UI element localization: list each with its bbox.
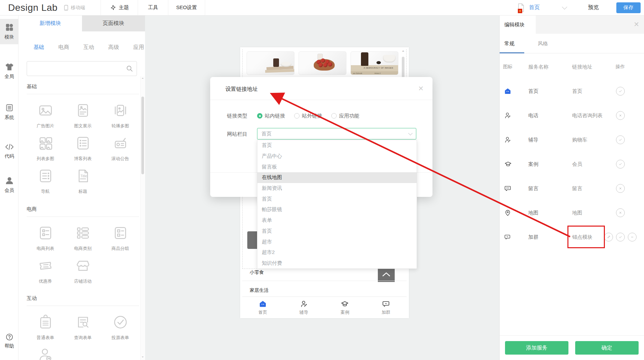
remove-x-button[interactable]	[616, 184, 625, 193]
dropdown-option-selected[interactable]: 在线地图	[257, 172, 417, 183]
module-item-vote-form[interactable]: 投票表单	[102, 313, 139, 346]
dropdown-option[interactable]: 首页	[257, 226, 417, 237]
sidebar-item-system[interactable]: 系统	[0, 99, 19, 125]
dropdown-option[interactable]: 帕莎眼镜	[257, 204, 417, 215]
confirm-button[interactable]: 确定	[575, 341, 639, 355]
module-item-image-text[interactable]: 图文展示	[64, 102, 102, 134]
module-item-member-partial[interactable]	[27, 346, 64, 360]
panel-close-icon[interactable]: ✕	[634, 21, 639, 28]
menu-seo[interactable]: SEO设置	[168, 0, 205, 15]
confirm-check-button[interactable]	[616, 135, 625, 144]
tab-page-modules[interactable]: 页面模块	[82, 16, 145, 31]
mobile-mode-indicator[interactable]: 移动端	[63, 5, 85, 11]
scrollbar-up-icon[interactable]: ⌃	[141, 78, 144, 81]
remove-x-button[interactable]	[616, 111, 625, 120]
module-panel-scrollbar[interactable]: ⌃ ⌄	[140, 76, 145, 360]
dropdown-option[interactable]: 新闻资讯	[257, 183, 417, 194]
dropdown-option[interactable]: 首页	[257, 194, 417, 204]
photo-book-subtitle-left: son Schmidt	[353, 72, 362, 74]
product-photo-row[interactable]: A DEMOCRACY OF IMAGES son Schmidt Artist…	[247, 51, 398, 75]
subtab-interactive[interactable]: 互动	[83, 44, 94, 51]
product-photo-candle-books[interactable]	[247, 51, 295, 75]
sidebar-item-help[interactable]: 帮助	[0, 333, 19, 349]
phone-scroll-up-icon[interactable]: ⌃	[401, 50, 405, 55]
main-sidebar: 模块 全局 系统 代码 会员 帮助	[0, 16, 19, 360]
module-item-product-group[interactable]: 商品分组	[102, 224, 139, 257]
coupon-icon	[37, 257, 54, 275]
page-doc-flag-icon: ★	[517, 3, 525, 12]
confirm-check-button[interactable]	[616, 160, 625, 169]
dropdown-option[interactable]: 首页	[257, 140, 417, 151]
sidebar-help-label: 帮助	[5, 343, 14, 349]
phone-nav-join-group[interactable]: 加群	[365, 297, 407, 318]
product-photo-fruit-bowl[interactable]	[299, 51, 346, 75]
dropdown-option[interactable]: 表单	[257, 215, 417, 226]
module-item-shop-category[interactable]: 电商类别	[64, 224, 102, 257]
module-item-carousel[interactable]: 轮播多图	[102, 102, 139, 134]
radio-app-function[interactable]: 应用功能	[331, 113, 359, 119]
page-selector[interactable]: ★ 首页	[517, 3, 566, 12]
navigation-icon	[37, 167, 54, 185]
dropdown-option[interactable]: 产品中心	[257, 151, 417, 162]
shop-category-icon	[74, 224, 92, 242]
module-item-title[interactable]: Title 标题	[64, 167, 102, 200]
scrollbar-down-icon[interactable]: ⌄	[141, 355, 144, 358]
subtab-ecommerce[interactable]: 电商	[58, 44, 69, 51]
site-column-select[interactable]: 首页	[257, 128, 416, 139]
tutor-person-icon	[500, 136, 528, 144]
radio-external-link[interactable]: 站外链接	[294, 113, 322, 119]
dropdown-option[interactable]: 超市	[257, 236, 417, 247]
module-item-navigation[interactable]: 导航	[27, 167, 64, 200]
menu-theme[interactable]: 主题	[101, 0, 138, 15]
ad-image-icon	[37, 102, 54, 119]
modal-close-icon[interactable]: ✕	[418, 85, 424, 92]
module-item-blog-list[interactable]: 博客列表	[64, 134, 102, 167]
tab-style[interactable]: 风格	[538, 41, 548, 47]
preview-button[interactable]: 预览	[588, 4, 599, 11]
phone-nav-tutoring[interactable]: 辅导	[283, 297, 325, 318]
module-item-query-form[interactable]: 查询表单	[64, 313, 102, 346]
edit-pencil-button[interactable]	[604, 233, 613, 241]
add-service-button[interactable]: 添加服务	[505, 341, 568, 355]
confirm-check-button[interactable]	[616, 87, 625, 96]
phone-divider	[242, 281, 407, 281]
scrollbar-thumb[interactable]	[141, 97, 144, 174]
module-item-store-activity[interactable]: 店铺活动	[64, 257, 102, 290]
dropdown-option[interactable]: 超市2	[257, 247, 417, 258]
sidebar-item-label: 代码	[5, 153, 14, 159]
subtab-advanced[interactable]: 高级	[108, 44, 119, 51]
remove-minus-button[interactable]	[628, 233, 637, 241]
module-item-normal-form[interactable]: 普通表单	[27, 313, 64, 346]
phone-nav-cases[interactable]: 案例	[325, 297, 366, 318]
tab-add-module[interactable]: 新增模块	[19, 16, 82, 31]
subtab-apps[interactable]: 应用	[133, 44, 144, 51]
confirm-check-button[interactable]	[616, 233, 625, 241]
sidebar-item-global[interactable]: 全局	[0, 58, 19, 84]
subtab-basic[interactable]: 基础	[33, 44, 44, 51]
image-text-icon	[74, 102, 92, 119]
radio-internal-link[interactable]: 站内链接	[257, 113, 285, 119]
table-row: 电话 电话咨询列表	[500, 103, 644, 128]
module-item-shop-list[interactable]: 电商列表	[27, 224, 64, 257]
module-item-coupon[interactable]: 优惠券	[27, 257, 64, 290]
module-item-scrolling-notice[interactable]: 滚动公告	[102, 134, 139, 167]
shop-list-icon	[37, 224, 54, 242]
select-chevron-icon	[408, 131, 413, 135]
home-icon	[500, 87, 528, 95]
dropdown-option[interactable]: 留言板	[257, 161, 417, 172]
module-item-ad-image[interactable]: 广告图片	[27, 102, 64, 134]
phone-nav-home[interactable]: 首页	[242, 297, 283, 318]
sidebar-item-modules[interactable]: 模块	[0, 19, 19, 44]
sidebar-item-code[interactable]: 代码	[0, 139, 19, 163]
module-item-image-list[interactable]: 列表多图	[27, 134, 64, 167]
product-photo-book-bottle[interactable]: A DEMOCRACY OF IMAGES son Schmidt Artist…	[351, 51, 398, 75]
menu-tools[interactable]: 工具	[138, 0, 168, 15]
mobile-mode-label: 移动端	[71, 5, 85, 11]
modal-header: 设置链接地址 ✕	[210, 77, 432, 100]
dropdown-option[interactable]: 知识付费	[257, 258, 417, 269]
search-input[interactable]	[27, 61, 137, 76]
sidebar-item-member[interactable]: 会员	[0, 172, 19, 198]
save-button[interactable]: 保存	[616, 2, 641, 13]
tab-general[interactable]: 常规	[504, 41, 514, 47]
remove-x-button[interactable]	[616, 208, 625, 217]
